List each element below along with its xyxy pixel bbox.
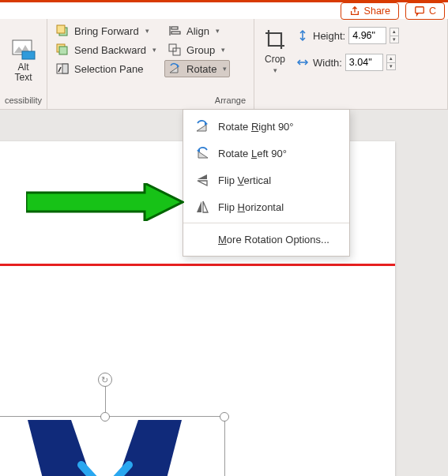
rotate-icon [168,62,182,76]
rotate-button[interactable]: Rotate ▾ [164,60,230,77]
flip-vertical-icon [194,172,210,188]
titlebar: Share C [0,0,448,19]
selection-pane-icon [55,62,70,76]
chevron-down-icon[interactable]: ▾ [223,65,227,73]
crop-icon [262,27,288,52]
align-button[interactable]: Align ▾ [164,22,230,39]
rotate-label: Rotate [186,63,216,75]
group-obj-label: Group [186,44,215,56]
height-label: Height: [313,30,345,42]
group-label-size [259,104,442,106]
group-arrange: Bring Forward ▾ Send Backward ▾ [47,19,254,109]
svg-rect-7 [59,47,67,54]
svg-marker-36 [198,152,208,158]
share-icon [349,6,360,17]
height-icon [296,28,310,43]
bring-forward-label: Bring Forward [74,25,139,37]
svg-marker-15 [170,67,178,73]
comment-button[interactable]: C [405,2,445,20]
green-arrow-annotation [26,183,184,224]
align-label: Align [186,25,209,37]
align-icon [168,24,182,38]
group-label-accessibility: cessibility [5,95,42,106]
rotate-menu: Rotate Right 90° Rotate Left 90° Flip Ve… [183,109,350,257]
rotate-handle[interactable] [98,373,112,387]
svg-marker-34 [197,125,206,131]
selection-pane-label: Selection Pane [74,63,143,75]
selection-outline[interactable] [0,416,225,476]
selection-pane-button[interactable]: Selection Pane [52,60,160,77]
handle-top-middle[interactable] [100,412,110,422]
menu-flip-vertical[interactable]: Flip Vertical [183,167,349,193]
svg-marker-39 [198,181,207,186]
svg-marker-41 [203,201,208,212]
alt-text-icon [11,39,36,61]
send-backward-button[interactable]: Send Backward ▾ [52,41,160,58]
menu-more-rotation-label: More Rotation Options... [218,234,329,245]
flip-horizontal-icon [194,199,210,215]
rotate-left-icon [194,145,210,161]
menu-flip-horizontal-label: Flip Horizontal [218,201,284,213]
chevron-down-icon[interactable]: ▾ [273,66,277,74]
chevron-down-icon[interactable]: ▾ [216,27,220,35]
height-spinner[interactable]: ▴▾ [390,28,399,43]
bring-forward-icon [55,24,70,38]
menu-rotate-left-label: Rotate Left 90° [218,148,287,159]
group-accessibility: Alt Text cessibility [0,19,47,109]
ribbon: Alt Text cessibility Bring Forward [0,19,448,110]
svg-marker-38 [198,174,207,179]
comment-icon [414,6,425,17]
menu-flip-vertical-label: Flip Vertical [218,174,271,186]
share-button[interactable]: Share [341,2,399,20]
height-input[interactable] [348,27,386,44]
width-label: Width: [313,57,342,69]
send-backward-label: Send Backward [74,44,146,56]
chevron-down-icon[interactable]: ▾ [152,46,156,54]
menu-more-rotation-options[interactable]: More Rotation Options... [183,226,349,253]
width-row: Width: ▴▾ [296,52,399,73]
menu-rotate-right-label: Rotate Right 90° [218,121,294,133]
group-label-arrange: Arrange [52,95,249,106]
width-input[interactable] [345,54,383,71]
chevron-down-icon[interactable]: ▾ [145,27,149,35]
svg-rect-9 [62,64,68,73]
menu-rotate-right[interactable]: Rotate Right 90° [183,113,349,140]
menu-separator [183,223,349,223]
send-backward-icon [55,43,70,57]
crop-label: Crop [265,54,285,65]
alt-text-label: Alt Text [14,62,32,83]
crop-button[interactable]: Crop ▾ [259,25,291,76]
rotate-right-icon [194,118,210,134]
width-icon [296,55,310,69]
svg-rect-12 [171,32,180,34]
bring-forward-button[interactable]: Bring Forward ▾ [52,22,160,39]
alt-text-button[interactable]: Alt Text [5,22,42,95]
group-icon [168,43,182,57]
svg-rect-0 [416,6,424,13]
handle-top-right[interactable] [220,412,229,422]
comment-label: C [429,6,436,17]
chevron-down-icon[interactable]: ▾ [221,46,225,54]
svg-marker-33 [26,183,183,221]
group-button[interactable]: Group ▾ [164,41,230,58]
height-row: Height: ▴▾ [296,25,399,46]
rotate-stem [105,384,106,412]
width-spinner[interactable]: ▴▾ [386,54,396,70]
svg-marker-40 [197,201,201,212]
svg-rect-5 [57,25,65,33]
red-guide-line [0,264,395,266]
menu-flip-horizontal[interactable]: Flip Horizontal [183,193,349,220]
svg-rect-11 [171,27,178,29]
share-label: Share [364,6,390,17]
blank-icon [194,231,210,247]
group-size: Crop ▾ Height: ▴▾ [254,19,448,109]
svg-rect-3 [22,51,35,59]
menu-rotate-left[interactable]: Rotate Left 90° [183,140,349,167]
